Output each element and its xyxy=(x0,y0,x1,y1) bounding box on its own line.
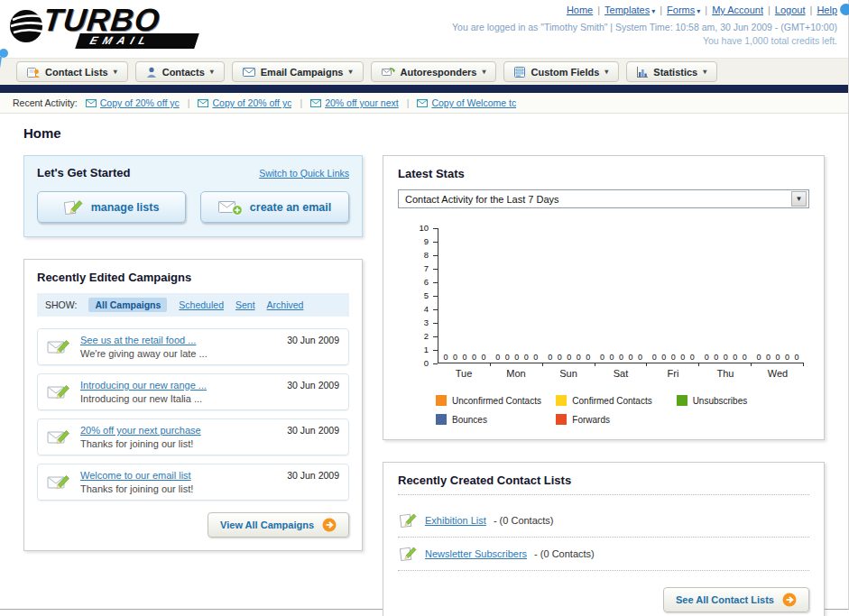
top-nav-templates-label: Templates xyxy=(604,5,650,15)
tab-statistics[interactable]: Statistics ▾ xyxy=(626,61,717,82)
main-nav: Contact Lists ▾ Contacts ▾ Email Campaig… xyxy=(0,58,848,85)
chart-value-labels: 0 0 0 0 0 xyxy=(699,353,752,362)
stats-period-select[interactable]: Contact Activity for the Last 7 Days ▼ xyxy=(398,189,809,208)
legend-item: Confirmed Contacts xyxy=(556,395,676,406)
chart-day-group: 0 0 0 0 0 xyxy=(699,228,752,363)
recent-activity-item[interactable]: Copy of 20% off yc xyxy=(198,97,291,108)
chart-y-tick-label: 10 xyxy=(419,224,429,233)
envelope-pencil-icon xyxy=(47,382,71,401)
recent-activity-link[interactable]: Copy of 20% off yc xyxy=(212,97,291,108)
chart-y-tick-label: 4 xyxy=(424,305,429,314)
recent-activity-item[interactable]: 20% off your next xyxy=(310,97,399,108)
chart-y-tick-mark xyxy=(433,350,438,351)
chart-y-tick-label: 7 xyxy=(424,264,429,273)
chart-y-tick-label: 5 xyxy=(424,291,429,300)
legend-label: Confirmed Contacts xyxy=(572,396,651,406)
stats-period-value: Contact Activity for the Last 7 Days xyxy=(405,194,559,205)
campaign-title-link[interactable]: Introducing our new range ... xyxy=(80,380,207,391)
top-nav-home[interactable]: Home xyxy=(567,5,593,15)
email-campaigns-icon xyxy=(243,68,255,77)
contact-list-link[interactable]: Exhibition List xyxy=(425,515,486,526)
campaign-subtitle: Thanks for joining our list! xyxy=(80,483,339,494)
legend-item: Unconfirmed Contacts xyxy=(436,395,556,406)
envelope-icon xyxy=(417,99,428,107)
campaign-title-link[interactable]: Welcome to our email list xyxy=(80,470,191,481)
envelope-icon xyxy=(86,99,97,107)
contact-list-row: Newsletter Subscribers - (0 Contacts) xyxy=(398,538,809,571)
filter-archived[interactable]: Archived xyxy=(267,299,304,310)
campaign-date: 30 Jun 2009 xyxy=(280,470,339,481)
dropdown-arrow-icon: ▼ xyxy=(791,191,807,207)
create-email-label: create an email xyxy=(250,201,331,214)
campaign-row: 20% off your next purchase 30 Jun 2009 T… xyxy=(37,418,349,455)
tab-contacts[interactable]: Contacts ▾ xyxy=(135,61,225,82)
chart-y-tick-mark xyxy=(433,242,438,243)
view-all-campaigns-button[interactable]: View All Campaigns xyxy=(208,512,349,538)
campaign-date: 30 Jun 2009 xyxy=(280,380,339,391)
recent-activity-item[interactable]: Copy of 20% off yc xyxy=(86,97,180,108)
chevron-down-icon: ▾ xyxy=(210,68,214,76)
decorative-blue-dot xyxy=(840,4,849,15)
top-nav-help[interactable]: Help xyxy=(817,5,837,15)
legend-swatch-unsubscribes xyxy=(677,395,688,406)
nav-separator: | xyxy=(768,5,771,15)
latest-stats-panel: Latest Stats Contact Activity for the La… xyxy=(383,155,825,440)
top-nav-my-account[interactable]: My Account xyxy=(712,5,763,15)
tab-autoresponders[interactable]: Autoresponders ▾ xyxy=(371,61,497,82)
turbo-email-logo[interactable]: TURBO EMAIL xyxy=(7,4,197,49)
switch-quick-links-link[interactable]: Switch to Quick Links xyxy=(259,168,349,179)
statistics-icon xyxy=(637,67,648,78)
tab-custom-fields[interactable]: Custom Fields ▾ xyxy=(503,61,619,82)
contact-list-link[interactable]: Newsletter Subscribers xyxy=(425,548,527,559)
manage-lists-button[interactable]: manage lists xyxy=(37,191,186,223)
envelope-icon xyxy=(310,99,321,107)
chart-y-tick-mark xyxy=(433,228,438,229)
contact-list-count: - (0 Contacts) xyxy=(494,515,554,526)
campaign-title-link[interactable]: 20% off your next purchase xyxy=(80,425,201,436)
campaign-date: 30 Jun 2009 xyxy=(280,335,339,345)
legend-swatch-bounces xyxy=(436,414,447,425)
chevron-down-icon: ▾ xyxy=(651,7,655,15)
campaign-row: See us at the retail food ... 30 Jun 200… xyxy=(37,328,349,365)
campaigns-title: Recently Edited Campaigns xyxy=(37,271,349,284)
contact-list-count: - (0 Contacts) xyxy=(534,548,595,559)
logo-subtitle: EMAIL xyxy=(75,33,199,49)
legend-label: Unsubscribes xyxy=(693,396,748,406)
chart-y-tick-mark xyxy=(433,282,438,283)
chart-y-tick-label: 8 xyxy=(424,251,429,260)
top-nav-forms[interactable]: Forms▾ xyxy=(667,5,700,15)
contact-activity-chart: 012345678910 0 0 0 0 00 0 0 0 00 0 0 0 0… xyxy=(412,228,804,379)
main-content: Home Let's Get Started Switch to Quick L… xyxy=(0,114,848,616)
recent-activity-link[interactable]: 20% off your next xyxy=(325,97,399,108)
chart-y-tick-mark xyxy=(433,296,438,297)
chart-y-tick-mark xyxy=(433,255,438,256)
filter-scheduled[interactable]: Scheduled xyxy=(179,299,224,310)
see-all-contact-lists-button[interactable]: See All Contact Lists xyxy=(663,587,809,612)
chart-plot: 0 0 0 0 00 0 0 0 00 0 0 0 00 0 0 0 00 0 … xyxy=(438,228,804,363)
chart-value-labels: 0 0 0 0 0 xyxy=(543,353,595,362)
chart-day-group: 0 0 0 0 0 xyxy=(438,228,491,363)
legend-item: Forwards xyxy=(556,414,676,425)
top-nav-templates[interactable]: Templates▾ xyxy=(604,5,655,15)
create-email-button[interactable]: create an email xyxy=(200,191,349,223)
campaign-row: Introducing our new range ... 30 Jun 200… xyxy=(37,373,349,410)
chart-x-tick-label: Sun xyxy=(542,363,595,379)
recent-activity-item[interactable]: Copy of Welcome tc xyxy=(417,97,516,108)
chart-value-labels: 0 0 0 0 0 xyxy=(595,353,648,362)
chart-value-labels: 0 0 0 0 0 xyxy=(438,353,491,362)
activity-separator: | xyxy=(300,97,302,108)
contact-list-row: Exhibition List - (0 Contacts) xyxy=(398,504,809,538)
tab-contact-lists[interactable]: Contact Lists ▾ xyxy=(16,61,128,82)
tab-email-campaigns[interactable]: Email Campaigns ▾ xyxy=(232,61,364,82)
app-root: TURBO EMAIL Home|Templates▾|Forms▾|My Ac… xyxy=(0,0,849,610)
campaign-title-link[interactable]: See us at the retail food ... xyxy=(80,335,196,345)
chart-y-tick-mark xyxy=(433,269,438,270)
view-all-campaigns-label: View All Campaigns xyxy=(220,519,314,530)
legend-swatch-confirmed xyxy=(556,395,567,406)
filter-sent[interactable]: Sent xyxy=(235,299,255,310)
top-nav-logout[interactable]: Logout xyxy=(775,5,806,15)
recent-activity-link[interactable]: Copy of Welcome tc xyxy=(431,97,516,108)
recent-activity-link[interactable]: Copy of 20% off yc xyxy=(100,97,180,108)
filter-all-campaigns[interactable]: All Campaigns xyxy=(88,298,167,312)
chart-y-tick-mark xyxy=(433,336,438,337)
